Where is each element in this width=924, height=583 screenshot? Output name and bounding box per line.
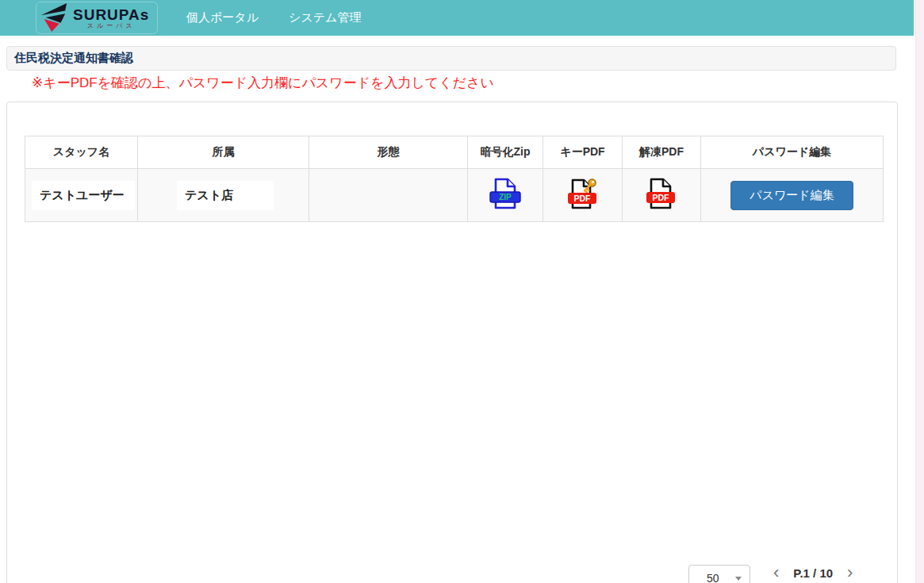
- zip-file-icon[interactable]: ZIP: [488, 177, 523, 211]
- prev-page-icon[interactable]: ‹: [773, 565, 779, 581]
- svg-text:ZIP: ZIP: [499, 193, 512, 201]
- chevron-down-icon: [735, 577, 742, 581]
- password-notice-text: ※キーPDFを確認の上、パスワード入力欄にパスワードを入力してください: [32, 74, 494, 92]
- top-navbar: SURUPAs スルーパス 個人ポータル システム管理: [0, 0, 914, 36]
- vertical-scrollbar[interactable]: [915, 0, 924, 583]
- staff-name-value: テストユーザー: [32, 181, 135, 210]
- col-header-department: 所属: [138, 136, 309, 169]
- password-edit-button[interactable]: パスワード編集: [730, 181, 853, 210]
- page-size-value: 50: [707, 572, 719, 583]
- svg-text:PDF: PDF: [573, 194, 591, 203]
- nav-system-admin[interactable]: システム管理: [289, 10, 361, 25]
- page-title-bar: 住民税決定通知書確認: [6, 46, 896, 71]
- cell-unzipped-pdf: PDF: [623, 169, 701, 222]
- pager: ‹ P.1 / 10 ›: [773, 565, 853, 581]
- next-page-icon[interactable]: ›: [847, 565, 853, 581]
- surupas-arrow-logo-icon: [40, 3, 68, 33]
- table-header-row: スタッフ名 所属 形態 暗号化Zip キーPDF 解凍PDF パスワード編集: [25, 136, 884, 169]
- col-header-password-edit: パスワード編集: [701, 136, 884, 169]
- cell-department: テスト店: [138, 169, 309, 222]
- cell-employment-type: [309, 169, 468, 222]
- brand-subtitle: スルーパス: [73, 23, 149, 29]
- cell-password-edit: パスワード編集: [701, 169, 884, 222]
- col-header-staff-name: スタッフ名: [25, 136, 138, 169]
- col-header-key-pdf: キーPDF: [543, 136, 623, 169]
- page-title: 住民税決定通知書確認: [14, 51, 133, 66]
- nav-personal-portal[interactable]: 個人ポータル: [186, 10, 259, 25]
- page-size-select[interactable]: 50: [688, 565, 750, 583]
- staff-table: スタッフ名 所属 形態 暗号化Zip キーPDF 解凍PDF パスワード編集 テ…: [25, 136, 884, 222]
- table-row: テストユーザー テスト店 ZIP: [25, 169, 884, 222]
- cell-staff-name: テストユーザー: [25, 169, 138, 222]
- col-header-encrypted-zip: 暗号化Zip: [468, 136, 543, 169]
- page-indicator: P.1 / 10: [793, 566, 833, 580]
- main-nav: 個人ポータル システム管理: [186, 0, 361, 36]
- brand-logo[interactable]: SURUPAs スルーパス: [36, 2, 158, 34]
- brand-name: SURUPAs: [73, 7, 149, 22]
- content-panel: スタッフ名 所属 形態 暗号化Zip キーPDF 解凍PDF パスワード編集 テ…: [6, 102, 898, 583]
- cell-encrypted-zip: ZIP: [468, 169, 543, 222]
- key-pdf-icon[interactable]: PDF: [566, 177, 600, 211]
- department-value: テスト店: [177, 181, 274, 210]
- col-header-unzipped-pdf: 解凍PDF: [623, 136, 701, 169]
- pdf-file-icon[interactable]: PDF: [645, 177, 678, 211]
- svg-text:PDF: PDF: [653, 193, 670, 202]
- col-header-employment-type: 形態: [309, 136, 468, 169]
- cell-key-pdf: PDF: [543, 169, 623, 222]
